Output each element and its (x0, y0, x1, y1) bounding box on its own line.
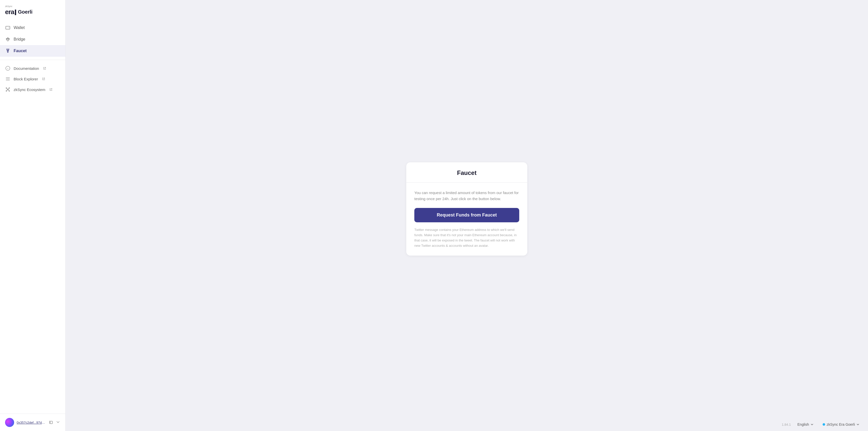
sidebar-item-label-wallet: Wallet (13, 26, 25, 30)
expand-address-button[interactable] (56, 420, 60, 425)
chevron-down-lang-icon (810, 423, 813, 426)
ecosystem-icon (5, 87, 10, 92)
logo-area: zkSync era Goerli (0, 0, 65, 20)
svg-line-12 (7, 88, 7, 90)
external-link-icon-2 (42, 77, 45, 80)
faucet-card-header: Faucet (406, 162, 527, 183)
logo-separator (15, 9, 16, 15)
wallet-icon (5, 25, 10, 31)
svg-rect-1 (7, 51, 9, 51)
nav-divider (0, 60, 65, 60)
request-funds-button[interactable]: Request Funds from Faucet (414, 208, 519, 222)
footer: 1.84.1 English zkSync Era Goerli (66, 418, 868, 431)
chevron-down-icon (56, 421, 60, 424)
copy-address-button[interactable] (49, 420, 54, 426)
svg-point-11 (7, 89, 8, 90)
sidebar-item-block-explorer[interactable]: Block Explorer (0, 74, 65, 84)
network-status-dot (823, 423, 825, 426)
faucet-card-title: Faucet (414, 169, 519, 176)
sidebar-item-label-documentation: Documentation (13, 66, 39, 71)
sidebar-item-label-faucet: Faucet (13, 48, 27, 53)
wallet-address[interactable]: 0x357c2def...97da13 (17, 421, 46, 425)
sidebar-item-faucet[interactable]: Faucet (0, 45, 65, 57)
sidebar-item-label-block-explorer: Block Explorer (13, 77, 38, 81)
sidebar-item-label-bridge: Bridge (13, 37, 25, 42)
faucet-description: You can request a limited amount of toke… (414, 190, 519, 202)
sidebar-item-documentation[interactable]: Documentation (0, 63, 65, 74)
language-label: English (797, 423, 809, 427)
svg-point-7 (6, 88, 7, 89)
documentation-icon (5, 66, 10, 71)
faucet-icon (5, 48, 10, 54)
main-content-area: Faucet You can request a limited amount … (66, 0, 868, 431)
faucet-note: Twitter message contains your Ethereum a… (414, 227, 519, 248)
zksync-label: zkSync (5, 5, 12, 7)
svg-rect-16 (50, 421, 53, 424)
svg-point-9 (6, 91, 7, 91)
svg-line-15 (8, 90, 9, 91)
chevron-down-network-icon (857, 423, 860, 426)
sidebar-item-bridge[interactable]: Bridge (0, 34, 65, 45)
goerli-text: Goerli (18, 9, 33, 15)
avatar (5, 418, 14, 427)
bridge-icon (5, 37, 10, 42)
external-link-icon-3 (50, 88, 53, 91)
svg-line-13 (8, 88, 9, 90)
sidebar-item-zksync-ecosystem[interactable]: zkSync Ecosystem (0, 84, 65, 95)
address-actions (49, 420, 60, 426)
sidebar-nav: Wallet Bridge (0, 20, 65, 413)
network-selector[interactable]: zkSync Era Goerli (820, 421, 862, 428)
svg-point-8 (9, 88, 9, 89)
svg-point-10 (9, 91, 9, 91)
network-label: zkSync Era Goerli (827, 423, 855, 427)
faucet-card-body: You can request a limited amount of toke… (406, 183, 527, 255)
footer-version: 1.84.1 (782, 423, 791, 427)
faucet-page: Faucet You can request a limited amount … (66, 0, 868, 418)
era-text: era (5, 8, 17, 16)
sidebar-item-wallet[interactable]: Wallet (0, 22, 65, 34)
svg-point-2 (7, 52, 8, 53)
svg-line-14 (7, 90, 7, 91)
copy-icon (49, 420, 53, 424)
language-selector[interactable]: English (795, 421, 816, 428)
external-link-icon (43, 67, 46, 70)
sidebar-bottom: 0x357c2def...97da13 (0, 413, 65, 431)
sidebar: zkSync era Goerli Wallet (0, 0, 66, 431)
block-explorer-icon (5, 76, 10, 82)
sidebar-item-label-ecosystem: zkSync Ecosystem (13, 88, 45, 92)
faucet-card: Faucet You can request a limited amount … (406, 162, 527, 255)
svg-rect-0 (6, 26, 10, 29)
